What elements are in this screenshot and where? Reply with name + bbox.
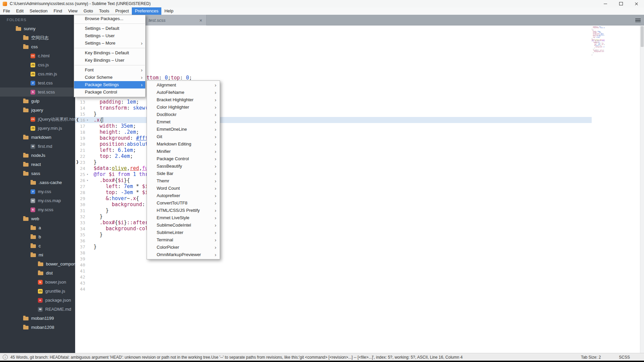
menu-goto[interactable]: Goto — [80, 7, 96, 15]
submenu-item-package-control[interactable]: Package Control› — [147, 155, 220, 163]
submenu-item-label: SassBeautify — [157, 164, 182, 169]
menu-item-settings-more[interactable]: Settings – More› — [74, 40, 145, 47]
syntax-indicator[interactable]: SCSS — [619, 355, 630, 360]
fold-chevron-icon[interactable]: ▾ — [87, 117, 88, 123]
submenu-item-color-highlighter[interactable]: Color Highlighter› — [147, 104, 220, 111]
menu-item-font[interactable]: Font› — [74, 66, 145, 74]
menu-item-settings-user[interactable]: Settings – User — [74, 32, 145, 40]
tree-item-sass[interactable]: sass — [0, 169, 75, 178]
submenu-item-side-bar[interactable]: Side Bar› — [147, 170, 220, 177]
submenu-item-omnimarkuppreviewer[interactable]: OmniMarkupPreviewer› — [147, 251, 220, 258]
tab-size-indicator[interactable]: Tab Size: 2 — [581, 355, 601, 360]
tree-item-moban1208[interactable]: moban1208 — [0, 323, 75, 332]
tree-item-bower-components[interactable]: bower_components — [0, 259, 75, 268]
menu-selection[interactable]: Selection — [26, 7, 50, 15]
submenu-item-html-css-js-prettify[interactable]: HTML/CSS/JS Prettify› — [147, 207, 220, 214]
submenu-item-sassbeautify[interactable]: SassBeautify› — [147, 163, 220, 170]
tree-item-mi[interactable]: mi — [0, 250, 75, 259]
submenu-item-autofilename[interactable]: AutoFileName› — [147, 89, 220, 96]
tree-item-gruntfile-js[interactable]: JSgruntfile.js — [0, 287, 75, 296]
submenu-item-sublimecodeintel[interactable]: SublimeCodeIntel› — [147, 222, 220, 229]
tree-item-空间日志[interactable]: 空间日志 — [0, 33, 75, 42]
menu-item-package-settings[interactable]: Package Settings› — [74, 81, 145, 88]
tree-item-markdown[interactable]: markdown — [0, 133, 75, 142]
menu-item-color-scheme[interactable]: Color Scheme› — [74, 74, 145, 81]
scrollbar-thumb[interactable] — [641, 26, 644, 47]
tree-item-jquery[interactable]: jquery — [0, 106, 75, 115]
close-button[interactable] — [629, 0, 644, 7]
overflow-menu-icon[interactable] — [635, 18, 641, 22]
tree-item-moban1199[interactable]: moban1199 — [0, 314, 75, 323]
submenu-item-emmet[interactable]: Emmet› — [147, 118, 220, 126]
submenu-item-docblockr[interactable]: DocBlockr› — [147, 111, 220, 118]
editor-scrollbar[interactable] — [640, 25, 644, 353]
tree-item-gulp[interactable]: gulp — [0, 97, 75, 106]
submenu-item-emmet-livestyle[interactable]: Emmet LiveStyle› — [147, 214, 220, 222]
maximize-button[interactable] — [613, 0, 629, 7]
menu-edit[interactable]: Edit — [13, 7, 26, 15]
tree-item-css-js[interactable]: JScss.js — [0, 60, 75, 69]
menu-find[interactable]: Find — [51, 7, 65, 15]
menu-view[interactable]: View — [65, 7, 80, 15]
submenu-item-colorpicker[interactable]: ColorPicker› — [147, 244, 220, 251]
code-text: top: 2.4em; — [94, 153, 133, 159]
tree-item-label: sass — [31, 171, 40, 176]
submenu-item-themr[interactable]: Themr› — [147, 177, 220, 185]
menu-item-key-bindings-user[interactable]: Key Bindings – User — [74, 57, 145, 64]
submenu-item-minifier[interactable]: Minifier› — [147, 148, 220, 155]
tree-item-package-json[interactable]: npackage.json — [0, 296, 75, 305]
code-text: background: #fff; — [94, 135, 151, 141]
submenu-item-terminal[interactable]: Terminal› — [147, 236, 220, 244]
line-number: 39 — [75, 256, 85, 262]
tree-item-my-scss[interactable]: Smy.scss — [0, 205, 75, 214]
submenu-item-markdown-editing[interactable]: Markdown Editing› — [147, 140, 220, 148]
tree-item-first-md[interactable]: Mfirst.md — [0, 142, 75, 151]
menu-preferences[interactable]: Preferences — [132, 7, 161, 15]
submenu-item-word-count[interactable]: Word Count› — [147, 185, 220, 192]
submenu-item-alignment[interactable]: Alignment› — [147, 81, 220, 89]
code-text: } — [94, 232, 103, 238]
tree-item-c-html[interactable]: <>c.html — [0, 51, 75, 60]
tree-item-c[interactable]: c — [0, 241, 75, 250]
tree-item-css[interactable]: css — [0, 42, 75, 51]
menu-item-settings-default[interactable]: Settings – Default — [74, 25, 145, 32]
menu-item-browse-packages[interactable]: Browse Packages... — [74, 15, 145, 22]
tree-item-nodejs[interactable]: nodeJs — [0, 151, 75, 160]
tree-item-css-min-js[interactable]: JScss.min.js — [0, 69, 75, 78]
minimize-button[interactable] — [598, 0, 613, 7]
menu-tools[interactable]: Tools — [96, 7, 112, 15]
fold-chevron-icon[interactable]: ▾ — [87, 171, 88, 177]
tree-item-test-scss[interactable]: Stest.scss — [0, 87, 75, 97]
tab-test-scss[interactable]: test.scss × — [144, 15, 207, 25]
tree-item-a[interactable]: a — [0, 223, 75, 232]
tree-item-dist[interactable]: dist — [0, 268, 75, 278]
tab-close-icon[interactable]: × — [199, 18, 202, 23]
menu-item-package-control[interactable]: Package Control — [74, 88, 145, 96]
submenu-item-git[interactable]: Git› — [147, 133, 220, 140]
menu-project[interactable]: Project — [112, 7, 132, 15]
tree-item-my-css-map[interactable]: mmy.css.map — [0, 196, 75, 205]
tree-item-bower-json[interactable]: bbower.json — [0, 278, 75, 287]
line-number: 25 — [75, 172, 85, 178]
tree-item-test-css[interactable]: #test.css — [0, 78, 75, 87]
tree-item-jquery动画累积-html[interactable]: <>jQuery动画累积.html — [0, 115, 75, 124]
submenu-item-emmetoneline[interactable]: EmmetOneLine› — [147, 126, 220, 133]
submenu-item-bracket-highlighter[interactable]: Bracket Highlighter› — [147, 96, 220, 104]
tree-item-my-css[interactable]: #my.css — [0, 187, 75, 196]
line-number: 44 — [75, 286, 85, 292]
tree-item-web[interactable]: web — [0, 214, 75, 223]
submenu-item-sublimelinter[interactable]: SublimeLinter› — [147, 229, 220, 236]
tree-item-jquery-min-js[interactable]: JSjquery.min.js — [0, 124, 75, 133]
tree-item-readme-md[interactable]: MREADME.md — [0, 305, 75, 314]
tree-item-sunny[interactable]: sunny — [0, 24, 75, 33]
menu-help[interactable]: Help — [161, 7, 176, 15]
menu-item-key-bindings-default[interactable]: Key Bindings – Default — [74, 49, 145, 57]
tree-item-sass-cache[interactable]: .sass-cache — [0, 178, 75, 187]
tree-item-react[interactable]: react — [0, 160, 75, 169]
submenu-item-autoprefixer[interactable]: Autoprefixer› — [147, 192, 220, 199]
minimap[interactable]: padding: 1em; transform: skew(-4}.x{ wid… — [592, 26, 618, 68]
submenu-item-converttoutf8[interactable]: ConvertToUTF8› — [147, 199, 220, 207]
menu-file[interactable]: File — [0, 7, 13, 15]
fold-chevron-icon[interactable]: ▾ — [87, 177, 88, 183]
tree-item-b[interactable]: b — [0, 232, 75, 241]
